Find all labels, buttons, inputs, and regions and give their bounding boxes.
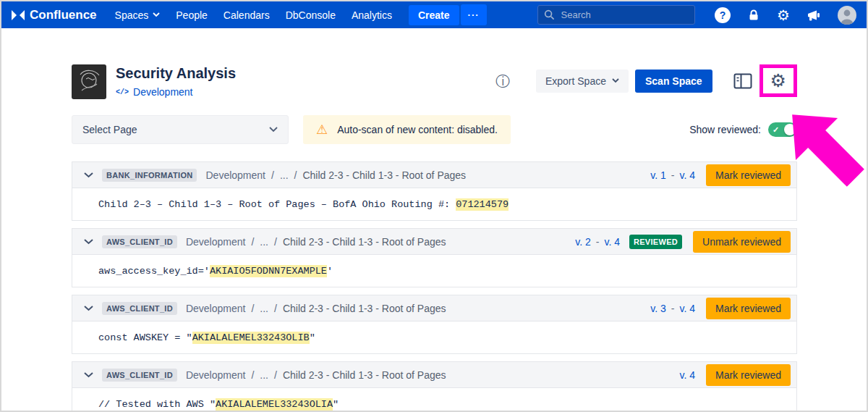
code-text: " [333,399,339,410]
breadcrumb-space-link[interactable]: Development [186,236,246,248]
confluence-home-link[interactable]: Confluence [12,8,97,22]
export-space-label: Export Space [545,75,606,87]
breadcrumb-separator: / [271,169,274,181]
mark-reviewed-button[interactable]: Mark reviewed [706,164,791,186]
nav-analytics[interactable]: Analytics [344,9,400,21]
finding-actions: v. 3-v. 4Mark reviewed [650,298,791,319]
version-from-link[interactable]: v. 3 [650,303,666,314]
info-icon[interactable]: ⓘ [495,74,510,88]
expand-collapse-button[interactable] [81,171,96,180]
user-avatar[interactable] [838,6,856,25]
space-name-link[interactable]: Development [133,86,193,98]
show-reviewed-label: Show reviewed: [689,124,761,135]
unmark-reviewed-button[interactable]: Unmark reviewed [693,231,791,253]
sidebar-toggle-button[interactable] [732,72,754,91]
finding-actions: v. 4Mark reviewed [679,364,791,386]
search-input[interactable] [537,5,695,25]
chevron-down-icon [84,372,93,378]
version-to-link[interactable]: v. 4 [679,169,695,181]
show-reviewed-toggle[interactable]: ✓ [768,122,797,137]
breadcrumb-ellipsis[interactable]: ... [280,169,289,181]
settings-highlight-box: ⚙ [760,64,797,97]
breadcrumb-space-link[interactable]: Development [205,169,265,181]
version-from-link[interactable]: v. 2 [575,236,591,248]
search-icon [544,9,555,23]
space-avatar[interactable] [72,64,106,99]
scan-space-button[interactable]: Scan Space [635,70,712,93]
finding-card: AWS_CLIENT_ID Development/.../Child 2-3 … [72,361,797,412]
version-to-link[interactable]: v. 4 [679,303,695,314]
megaphone-icon[interactable] [807,9,821,22]
breadcrumb-page: Child 2-3 - Child 1-3 - Root of Pages [302,169,466,181]
breadcrumb-page: Child 2-3 - Child 1-3 - Root of Pages [283,369,446,381]
breadcrumb-space-link[interactable]: Development [186,303,246,314]
finding-card: AWS_CLIENT_ID Development/.../Child 2-3 … [72,228,797,287]
warning-icon: ⚠ [316,123,328,136]
version-to-link[interactable]: v. 4 [604,236,620,248]
breadcrumb-separator: / [274,303,277,314]
nav-label: Calendars [224,9,270,21]
space-link-row: </> Development [116,86,236,98]
breadcrumb-ellipsis[interactable]: ... [260,236,268,248]
gear-icon[interactable]: ⚙ [777,8,790,22]
version-separator: - [671,303,675,314]
code-highlight: AKIALALEMEL33243OLIB [192,332,310,344]
select-page-dropdown[interactable]: Select Page [72,115,289,144]
code-icon: </> [116,88,129,96]
top-navigation-bar: Confluence Spaces People Calendars DbCon… [1,1,867,28]
nav-people[interactable]: People [168,9,216,21]
nav-dbconsole[interactable]: DbConsole [278,9,344,21]
app-window: Confluence Spaces People Calendars DbCon… [0,0,868,412]
breadcrumb-page: Child 2-3 - Child 1-3 - Root of Pages [283,236,446,248]
breadcrumb-separator: / [251,303,254,314]
nav-spaces[interactable]: Spaces [107,9,169,21]
finding-header: BANK_INFORMATION Development/.../Child 2… [72,162,796,188]
space-header-actions: ⓘ Export Space Scan Space ⚙ [495,64,797,97]
breadcrumb-separator: / [274,369,277,381]
expand-collapse-button[interactable] [81,304,96,313]
export-space-button[interactable]: Export Space [536,70,629,93]
code-text: // Tested with AWS " [98,399,216,410]
finding-type-badge: AWS_CLIENT_ID [102,369,177,382]
page-title: Security Analysis [116,65,236,82]
finding-code: aws_access_key_id='AKIAIO5FODNN7EXAMPLE' [72,255,796,287]
code-text: const AWSKEY = " [98,332,192,343]
chevron-down-icon [612,78,619,83]
nav-label: DbConsole [286,9,336,21]
finding-actions: v. 1-v. 4Mark reviewed [650,164,791,186]
expand-collapse-button[interactable] [81,371,96,379]
lock-icon[interactable] [747,9,760,22]
code-text: " [310,332,315,343]
version-separator: - [671,169,675,181]
findings-list: BANK_INFORMATION Development/.../Child 2… [72,161,797,412]
mark-reviewed-button[interactable]: Mark reviewed [706,298,791,319]
finding-actions: v. 2-v. 4REVIEWEDUnmark reviewed [575,231,791,253]
help-icon[interactable]: ? [715,7,731,23]
breadcrumb-ellipsis[interactable]: ... [260,369,268,381]
controls-row: Select Page ⚠ Auto-scan of new content: … [72,115,797,144]
version-separator: - [596,236,600,248]
finding-code: Child 2–3 – Child 1–3 – Root of Pages – … [72,188,796,220]
chevron-down-icon [269,127,278,133]
finding-code: // Tested with AWS "AKIALALEMEL33243OLIA… [72,388,796,412]
main-content: Security Analysis </> Development ⓘ Expo… [1,28,797,412]
create-button[interactable]: Create [409,5,459,25]
version-from-link[interactable]: v. 4 [679,369,695,381]
breadcrumb-ellipsis[interactable]: ... [260,303,268,314]
chevron-down-icon [153,12,160,17]
expand-collapse-button[interactable] [81,237,96,246]
nav-label: People [176,9,208,21]
space-settings-button[interactable]: ⚙ [770,72,786,90]
breadcrumb: Development/.../Child 2-3 - Child 1-3 - … [186,303,446,314]
nav-label: Analytics [352,9,392,21]
confluence-logo-icon [12,9,25,22]
mark-reviewed-button[interactable]: Mark reviewed [706,364,791,386]
breadcrumb: Development/.../Child 2-3 - Child 1-3 - … [205,169,466,181]
create-more-button[interactable]: ··· [461,4,487,25]
version-from-link[interactable]: v. 1 [650,169,666,181]
breadcrumb-space-link[interactable]: Development [186,369,246,381]
nav-calendars[interactable]: Calendars [216,9,278,21]
chevron-down-icon [84,239,93,245]
select-page-value: Select Page [82,124,137,135]
warning-text: Auto-scan of new content: disabled. [337,124,498,135]
